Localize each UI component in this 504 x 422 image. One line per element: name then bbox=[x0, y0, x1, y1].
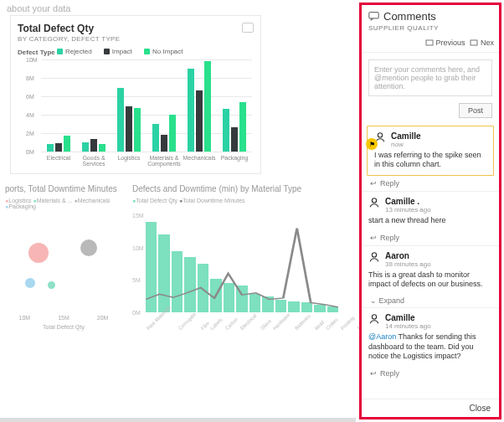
bubble-plot bbox=[5, 213, 122, 313]
dashboard-main: about your data Total Defect Qty BY CATE… bbox=[0, 0, 356, 422]
comment-time: now bbox=[391, 141, 421, 148]
card-subtitle: BY CATEGORY, DEFECT TYPE bbox=[18, 35, 254, 43]
comment-author: Camille . bbox=[385, 197, 431, 206]
comment-body: start a new thread here bbox=[368, 216, 492, 225]
swatch-rejected bbox=[57, 49, 63, 54]
svg-rect-0 bbox=[369, 13, 378, 18]
grouped-bar-chart: 0M2M4M6M8M10MElectricalGoods & ServicesL… bbox=[26, 59, 252, 168]
chart-legend: Defect Type Rejected Impact No Impact bbox=[18, 48, 254, 56]
svg-point-6 bbox=[372, 315, 376, 319]
comments-header: Comments bbox=[383, 10, 436, 23]
svg-point-5 bbox=[372, 253, 376, 257]
swatch-impact bbox=[104, 49, 110, 54]
bubble-point bbox=[80, 239, 97, 256]
comments-context: SUPPLIER QUALITY bbox=[368, 24, 492, 32]
comment-author: Camille bbox=[385, 313, 431, 322]
reply-button[interactable]: Reply bbox=[362, 230, 499, 245]
chart-card-bubble[interactable]: ●Logistics ●Materials & ... ●Mechanicals… bbox=[5, 198, 122, 332]
top-tab-label: about your data bbox=[0, 0, 356, 17]
chart2-title: ports, Total Downtime Minutes bbox=[5, 184, 117, 193]
avatar-icon bbox=[368, 197, 380, 208]
bubble-point bbox=[28, 243, 49, 263]
swatch-noimpact bbox=[144, 49, 150, 54]
combo-chart: 0M5M10M15MRaw MaterialsCorrugateFilmLabe… bbox=[132, 215, 342, 332]
next-button[interactable]: Nex bbox=[470, 39, 494, 47]
comment-body: @Aaron Thanks for sending this dashboard… bbox=[368, 332, 492, 361]
reply-button[interactable]: Reply bbox=[362, 176, 499, 191]
comment-body: This is a great dash to monitor impact o… bbox=[368, 270, 492, 290]
scrollbar-horizontal[interactable] bbox=[0, 418, 356, 422]
comment-thread: ⚑CamillenowI was referring to the spike … bbox=[362, 123, 499, 399]
comment-icon[interactable] bbox=[242, 23, 254, 33]
card-title: Total Defect Qty bbox=[18, 23, 254, 34]
bubble-point bbox=[25, 278, 35, 288]
combo-legend: ●Total Defect Qty ●Total Downtime Minute… bbox=[132, 198, 346, 203]
svg-rect-2 bbox=[471, 40, 477, 45]
expand-button[interactable]: Expand bbox=[362, 294, 499, 307]
comment-author: Camille bbox=[391, 131, 421, 141]
comment-item[interactable]: Aaron38 minutes agoThis is a great dash … bbox=[362, 245, 499, 295]
bubble-xaxis-label: Total Defect Qty bbox=[5, 324, 122, 330]
chart-card-combo[interactable]: ●Total Defect Qty ●Total Downtime Minute… bbox=[132, 198, 346, 340]
comment-item[interactable]: Camille .13 minutes agostart a new threa… bbox=[362, 191, 499, 230]
chart3-title: Defects and Downtime (min) by Material T… bbox=[132, 184, 301, 193]
close-button[interactable]: Close bbox=[362, 399, 499, 417]
comment-item[interactable]: ⚑CamillenowI was referring to the spike … bbox=[367, 126, 494, 176]
comment-time: 14 minutes ago bbox=[385, 322, 431, 330]
comment-time: 13 minutes ago bbox=[385, 206, 431, 214]
comment-item[interactable]: Camille14 minutes ago@Aaron Thanks for s… bbox=[362, 307, 499, 366]
svg-rect-1 bbox=[426, 40, 433, 45]
bubble-point bbox=[48, 281, 55, 289]
comment-body: I was referring to the spike seen in thi… bbox=[374, 151, 486, 170]
avatar-icon bbox=[368, 313, 380, 325]
comment-icon bbox=[368, 11, 379, 22]
comment-input[interactable]: Enter your comments here, and @mention p… bbox=[368, 59, 492, 96]
svg-point-3 bbox=[378, 133, 382, 137]
prev-button[interactable]: Previous bbox=[425, 39, 465, 47]
chart-card-defect-qty[interactable]: Total Defect Qty BY CATEGORY, DEFECT TYP… bbox=[10, 15, 261, 174]
post-button[interactable]: Post bbox=[459, 103, 492, 118]
svg-point-4 bbox=[372, 198, 376, 202]
comments-panel: Comments SUPPLIER QUALITY Previous Nex E… bbox=[359, 3, 501, 419]
comment-time: 38 minutes ago bbox=[385, 260, 431, 268]
comment-author: Aaron bbox=[385, 251, 431, 260]
avatar-icon bbox=[368, 251, 380, 263]
reply-button[interactable]: Reply bbox=[362, 366, 499, 381]
bubble-legend: ●Logistics ●Materials & ... ●Mechanicals… bbox=[5, 198, 122, 209]
